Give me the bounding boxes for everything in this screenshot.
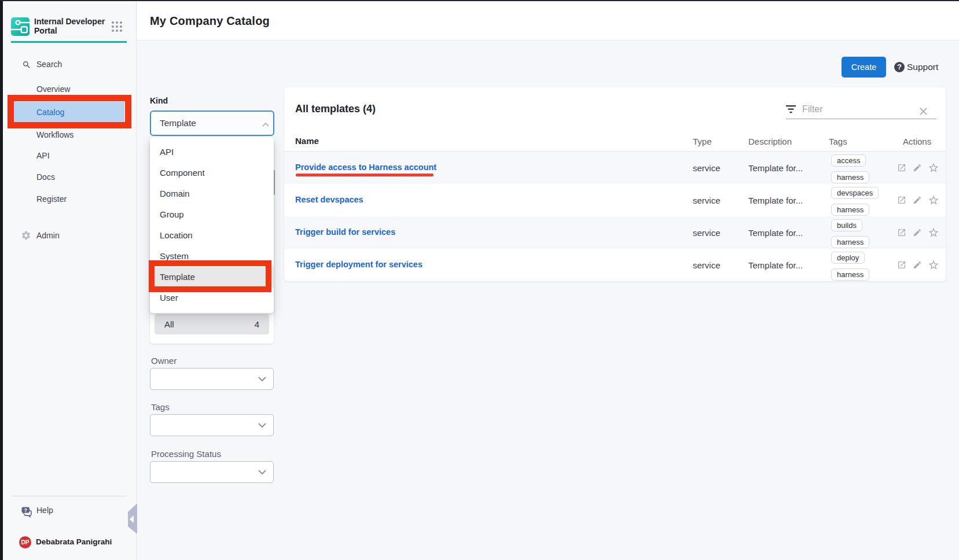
svg-text:?: ? xyxy=(24,507,27,513)
